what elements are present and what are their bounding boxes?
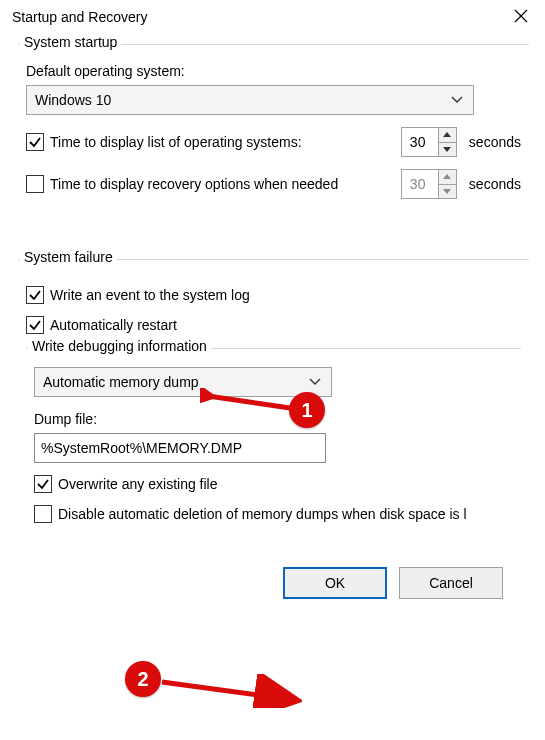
dialog-buttons: OK Cancel [18, 567, 529, 599]
debug-info-group-title: Write debugging information [28, 338, 211, 354]
system-failure-group-title: System failure [20, 249, 117, 265]
chevron-down-icon [309, 378, 321, 386]
seconds-label-2: seconds [469, 176, 521, 192]
time-os-spinner[interactable]: 30 [401, 127, 457, 157]
system-failure-group: System failure Write an event to the sys… [18, 259, 529, 555]
spinner-buttons[interactable] [438, 170, 456, 198]
disable-auto-del-label: Disable automatic deletion of memory dum… [58, 506, 467, 522]
dump-file-value: %SystemRoot%\MEMORY.DMP [41, 440, 242, 456]
write-event-checkbox[interactable] [26, 286, 44, 304]
ok-button[interactable]: OK [283, 567, 387, 599]
debug-type-select[interactable]: Automatic memory dump [34, 367, 332, 397]
annotation-arrow-2 [156, 674, 302, 708]
dump-file-label: Dump file: [34, 411, 513, 427]
write-event-label: Write an event to the system log [50, 287, 250, 303]
cancel-button[interactable]: Cancel [399, 567, 503, 599]
time-os-value: 30 [410, 134, 426, 150]
auto-restart-checkbox[interactable] [26, 316, 44, 334]
window-title: Startup and Recovery [12, 9, 507, 25]
default-os-select[interactable]: Windows 10 [26, 85, 474, 115]
dump-file-input[interactable]: %SystemRoot%\MEMORY.DMP [34, 433, 326, 463]
overwrite-label: Overwrite any existing file [58, 476, 218, 492]
disable-auto-del-checkbox[interactable] [34, 505, 52, 523]
time-os-checkbox[interactable] [26, 133, 44, 151]
annotation-badge-2: 2 [125, 661, 161, 697]
spinner-buttons[interactable] [438, 128, 456, 156]
seconds-label-1: seconds [469, 134, 521, 150]
spinner-down-icon[interactable] [439, 184, 456, 199]
spinner-up-icon[interactable] [439, 170, 456, 184]
overwrite-checkbox[interactable] [34, 475, 52, 493]
time-rec-value: 30 [410, 176, 426, 192]
ok-button-label: OK [325, 575, 345, 591]
time-rec-label: Time to display recovery options when ne… [50, 176, 338, 192]
system-startup-group: System startup Default operating system:… [18, 44, 529, 225]
default-os-value: Windows 10 [35, 92, 111, 108]
svg-line-1 [162, 682, 294, 700]
debug-type-value: Automatic memory dump [43, 374, 199, 390]
default-os-label: Default operating system: [26, 63, 521, 79]
spinner-down-icon[interactable] [439, 142, 456, 157]
time-rec-checkbox[interactable] [26, 175, 44, 193]
time-rec-spinner[interactable]: 30 [401, 169, 457, 199]
time-os-label: Time to display list of operating system… [50, 134, 302, 150]
chevron-down-icon [451, 96, 463, 104]
cancel-button-label: Cancel [429, 575, 473, 591]
titlebar: Startup and Recovery [0, 0, 545, 34]
spinner-up-icon[interactable] [439, 128, 456, 142]
debug-info-group: Write debugging information Automatic me… [26, 348, 521, 541]
close-icon[interactable] [507, 8, 535, 26]
system-startup-group-title: System startup [20, 34, 121, 50]
annotation-badge-1: 1 [289, 392, 325, 428]
auto-restart-label: Automatically restart [50, 317, 177, 333]
